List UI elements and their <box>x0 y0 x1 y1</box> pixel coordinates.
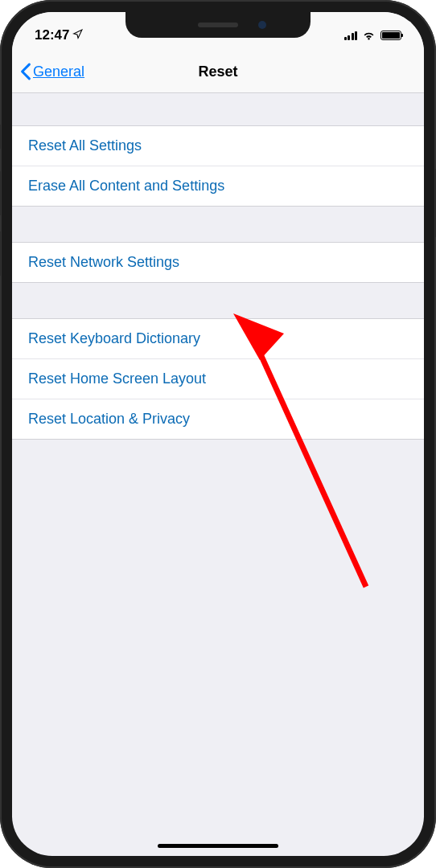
section-gap <box>12 283 424 318</box>
notch-camera <box>258 21 266 29</box>
home-indicator[interactable] <box>158 844 278 848</box>
volume-down-button <box>0 231 1 276</box>
mute-switch <box>0 125 1 149</box>
status-time: 12:47 <box>35 27 69 43</box>
reset-keyboard-dictionary-item[interactable]: Reset Keyboard Dictionary <box>12 319 424 359</box>
back-label: General <box>33 63 84 80</box>
list-group-3: Reset Keyboard Dictionary Reset Home Scr… <box>12 318 424 440</box>
notch-speaker <box>198 23 238 27</box>
erase-all-content-item[interactable]: Erase All Content and Settings <box>12 166 424 206</box>
notch <box>125 12 311 38</box>
phone-frame: 12:47 <box>0 0 436 868</box>
status-left: 12:47 <box>35 27 83 43</box>
list-group-2: Reset Network Settings <box>12 242 424 283</box>
section-gap <box>12 93 424 125</box>
list-group-1: Reset All Settings Erase All Content and… <box>12 125 424 207</box>
nav-bar: General Reset <box>12 51 424 93</box>
section-gap <box>12 207 424 242</box>
status-right <box>344 31 402 41</box>
cellular-signal-icon <box>344 31 358 40</box>
reset-home-screen-layout-item[interactable]: Reset Home Screen Layout <box>12 359 424 399</box>
wifi-icon <box>362 31 376 41</box>
reset-location-privacy-item[interactable]: Reset Location & Privacy <box>12 399 424 439</box>
volume-up-button <box>0 171 1 215</box>
content: Reset All Settings Erase All Content and… <box>12 93 424 440</box>
phone-side-buttons-left <box>0 125 1 292</box>
location-icon <box>72 29 83 42</box>
screen: 12:47 <box>12 12 424 856</box>
reset-network-settings-item[interactable]: Reset Network Settings <box>12 243 424 282</box>
chevron-left-icon <box>20 63 31 80</box>
battery-icon <box>380 31 401 40</box>
back-button[interactable]: General <box>20 63 84 80</box>
reset-all-settings-item[interactable]: Reset All Settings <box>12 126 424 166</box>
